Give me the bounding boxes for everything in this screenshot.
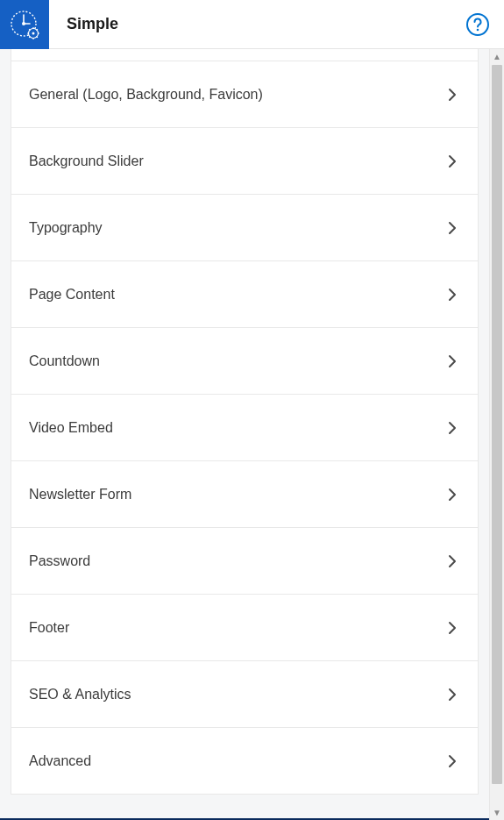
accordion-item-preloader[interactable]: Preloader	[11, 49, 479, 61]
chevron-right-icon	[444, 353, 460, 369]
chevron-right-icon	[444, 153, 460, 169]
app-icon	[0, 0, 49, 49]
accordion-label: Footer	[29, 620, 444, 636]
accordion-item-newsletter-form[interactable]: Newsletter Form	[11, 460, 479, 528]
page-title: Simple	[67, 15, 465, 33]
accordion-label: SEO & Analytics	[29, 687, 444, 702]
accordion-item-footer[interactable]: Footer	[11, 594, 479, 661]
accordion-item-page-content[interactable]: Page Content	[11, 260, 479, 328]
scroll-down-arrow-icon[interactable]: ▼	[490, 805, 504, 820]
accordion-label: Video Embed	[29, 420, 444, 436]
chevron-right-icon	[444, 487, 460, 503]
accordion-list: Preloader General (Logo, Background, Fav…	[11, 49, 479, 794]
chevron-right-icon	[444, 87, 460, 103]
help-icon[interactable]	[465, 12, 490, 37]
svg-point-15	[477, 28, 479, 31]
chevron-right-icon	[444, 753, 460, 769]
scrollbar-thumb[interactable]	[492, 65, 502, 784]
accordion-label: Countdown	[29, 353, 444, 369]
accordion-item-advanced[interactable]: Advanced	[11, 727, 479, 795]
accordion-label: Typography	[29, 220, 444, 236]
accordion-item-general[interactable]: General (Logo, Background, Favicon)	[11, 61, 479, 128]
chevron-right-icon	[444, 687, 460, 702]
chevron-right-icon	[444, 287, 460, 303]
scroll-up-arrow-icon[interactable]: ▲	[490, 49, 504, 64]
accordion-label: Newsletter Form	[29, 487, 444, 503]
chevron-right-icon	[444, 620, 460, 636]
accordion-item-typography[interactable]: Typography	[11, 194, 479, 261]
svg-point-5	[32, 32, 35, 34]
accordion-label: Advanced	[29, 753, 444, 769]
accordion-item-video-embed[interactable]: Video Embed	[11, 394, 479, 461]
accordion-label: General (Logo, Background, Favicon)	[29, 87, 444, 103]
svg-point-14	[467, 14, 488, 35]
accordion-label: Page Content	[29, 287, 444, 303]
accordion-item-seo-analytics[interactable]: SEO & Analytics	[11, 660, 479, 728]
scrollbar[interactable]: ▲ ▼	[489, 49, 504, 820]
accordion-item-password[interactable]: Password	[11, 527, 479, 595]
accordion-container: Preloader General (Logo, Background, Fav…	[11, 49, 479, 820]
chevron-right-icon	[444, 220, 460, 236]
content-area: Preloader General (Logo, Background, Fav…	[0, 49, 504, 820]
accordion-label: Background Slider	[29, 153, 444, 169]
header: Simple	[0, 0, 504, 49]
chevron-right-icon	[444, 553, 460, 569]
chevron-right-icon	[444, 420, 460, 436]
accordion-item-countdown[interactable]: Countdown	[11, 327, 479, 395]
accordion-label: Password	[29, 553, 444, 569]
accordion-item-background-slider[interactable]: Background Slider	[11, 127, 479, 195]
